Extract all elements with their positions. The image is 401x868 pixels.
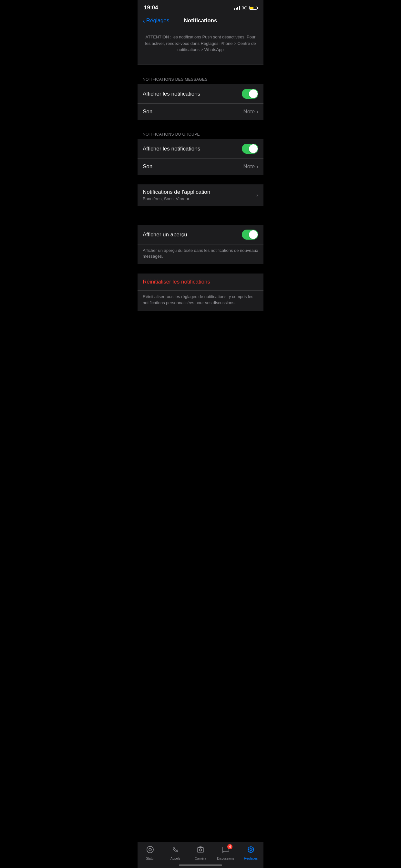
app-notifications-row[interactable]: Notifications de l'application Bannières… (137, 184, 264, 206)
preview-label: Afficher un aperçu (143, 231, 187, 238)
reset-section: Réinitialiser les notifications Réinitia… (137, 274, 264, 311)
spacer (137, 215, 264, 225)
preview-description: Afficher un aperçu du texte dans les not… (137, 244, 264, 264)
messages-section-header: NOTIFICATIONS DES MESSAGES (137, 74, 264, 84)
status-time: 19:04 (144, 4, 158, 11)
warning-divider (144, 59, 257, 59)
page-title: Notifications (184, 18, 217, 24)
content-area: ATTENTION : les notifications Push sont … (137, 28, 264, 350)
group-section-body: Afficher les notifications Son Note › (137, 139, 264, 175)
tab-appels-label: Appels (171, 857, 181, 860)
toggle-knob (249, 89, 258, 98)
app-notifications-section: Notifications de l'application Bannières… (137, 184, 264, 206)
app-notifications-subtitle: Bannières, Sons, Vibreur (143, 196, 210, 201)
chevron-right-icon: › (257, 164, 258, 169)
messages-section: NOTIFICATIONS DES MESSAGES Afficher les … (137, 74, 264, 120)
discussions-badge: 4 (227, 844, 233, 849)
tab-appels[interactable]: Appels (166, 845, 185, 860)
warning-text: ATTENTION : les notifications Push sont … (144, 34, 257, 53)
messages-sound-value: Note › (243, 108, 258, 115)
tab-camera[interactable]: Caméra (191, 845, 210, 860)
messages-sound-row[interactable]: Son Note › (137, 104, 264, 120)
nav-bar: ‹ Réglages Notifications (137, 13, 264, 28)
spacer2 (137, 264, 264, 274)
messages-sound-label: Son (143, 108, 152, 115)
svg-point-3 (199, 849, 202, 851)
statut-icon (146, 845, 154, 856)
appels-icon (171, 845, 180, 856)
tab-statut-label: Statut (146, 857, 154, 860)
reglages-icon (247, 845, 255, 856)
back-button[interactable]: ‹ Réglages (143, 18, 169, 24)
preview-row[interactable]: Afficher un aperçu (137, 225, 264, 244)
warning-banner: ATTENTION : les notifications Push sont … (137, 28, 264, 65)
chevron-right-icon: › (257, 109, 258, 114)
network-label: 3G (242, 5, 247, 10)
messages-show-toggle[interactable] (242, 89, 258, 99)
group-sound-value: Note › (243, 163, 258, 170)
tab-discussions[interactable]: 4 Discussions (216, 845, 235, 860)
group-show-notifications-row[interactable]: Afficher les notifications (137, 139, 264, 159)
tab-statut[interactable]: Statut (141, 845, 160, 860)
reset-description: Réinitialiser tous les réglages de notif… (137, 290, 264, 311)
status-icons: 3G (234, 5, 257, 10)
chevron-right-icon: › (256, 192, 258, 198)
tab-camera-label: Caméra (195, 857, 206, 860)
group-section-header: NOTIFICATIONS DU GROUPE (137, 129, 264, 139)
chevron-left-icon: ‹ (143, 18, 145, 24)
svg-rect-2 (197, 848, 204, 852)
tab-discussions-label: Discussions (217, 857, 234, 860)
svg-point-1 (149, 848, 151, 851)
camera-icon (196, 845, 205, 856)
reset-label: Réinitialiser les notifications (143, 279, 210, 285)
toggle-knob (249, 144, 258, 153)
app-notifications-title: Notifications de l'application (143, 189, 210, 195)
group-show-label: Afficher les notifications (143, 146, 200, 152)
group-sound-row[interactable]: Son Note › (137, 159, 264, 175)
group-show-toggle[interactable] (242, 144, 258, 154)
home-indicator (179, 864, 222, 866)
messages-show-label: Afficher les notifications (143, 91, 200, 97)
signal-bars-icon (234, 6, 240, 10)
discussions-icon: 4 (221, 845, 230, 856)
svg-point-5 (250, 848, 252, 850)
preview-section: Afficher un aperçu Afficher un aperçu du… (137, 225, 264, 264)
battery-icon (249, 6, 257, 10)
messages-section-body: Afficher les notifications Son Note › (137, 84, 264, 120)
preview-toggle[interactable] (242, 229, 258, 240)
reset-row[interactable]: Réinitialiser les notifications (137, 274, 264, 290)
tab-reglages[interactable]: Réglages (241, 845, 260, 860)
tab-bar: Statut Appels Caméra 4 Discussions (137, 842, 264, 868)
app-notifications-left: Notifications de l'application Bannières… (143, 189, 210, 201)
back-label: Réglages (146, 18, 169, 24)
toggle-knob (249, 230, 258, 239)
status-bar: 19:04 3G (137, 0, 264, 13)
group-section: NOTIFICATIONS DU GROUPE Afficher les not… (137, 129, 264, 175)
tab-reglages-label: Réglages (244, 857, 258, 860)
svg-point-0 (147, 846, 153, 853)
group-sound-label: Son (143, 163, 152, 170)
messages-show-notifications-row[interactable]: Afficher les notifications (137, 84, 264, 104)
